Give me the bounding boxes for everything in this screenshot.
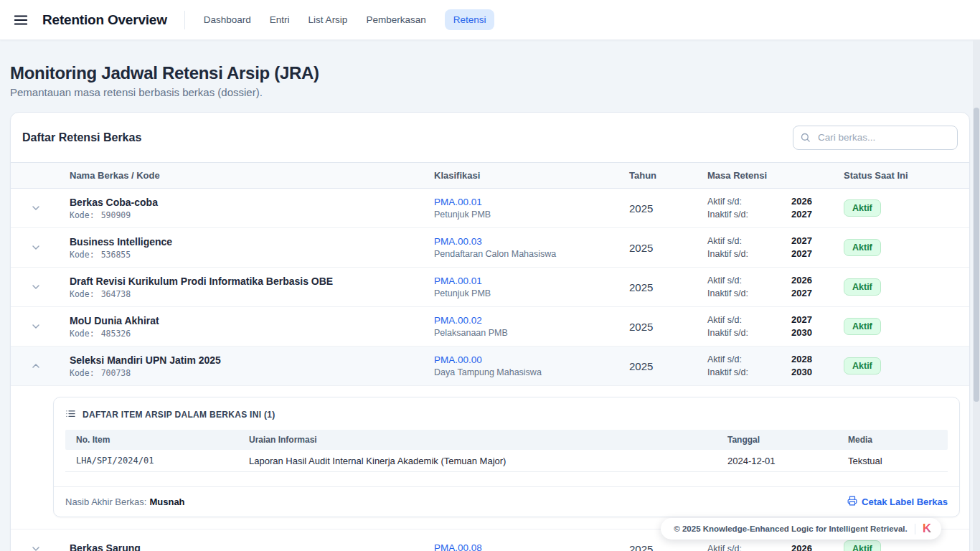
aktif-sd-value: 2026 xyxy=(791,542,812,551)
inaktif-sd-label: Inaktif s/d: xyxy=(707,287,748,300)
inaktif-sd-value: 2030 xyxy=(791,326,812,339)
item-row: LHA/SPI/2024/01 Laporan Hasil Audit Inte… xyxy=(65,450,948,472)
detail-title: DAFTAR ITEM ARSIP DALAM BERKAS INI (1) xyxy=(83,410,275,420)
klasifikasi-code: PMA.00.03 xyxy=(434,236,629,247)
aktif-sd-label: Aktif s/d: xyxy=(707,235,742,248)
inaktif-sd-label: Inaktif s/d: xyxy=(707,248,748,260)
tahun-value: 2025 xyxy=(629,242,707,254)
status-badge: Aktif xyxy=(844,239,881,256)
main-content: Monitoring Jadwal Retensi Arsip (JRA) Pe… xyxy=(0,40,980,551)
retention-list-card: Daftar Retensi Berkas Nama Berkas / Kode… xyxy=(10,112,970,551)
klasifikasi-desc: Pendaftaran Calon Mahasiswa xyxy=(434,249,629,259)
kode-value: 700738 xyxy=(101,368,131,378)
expanded-detail-section: DAFTAR ITEM ARSIP DALAM BERKAS INI (1) N… xyxy=(11,386,969,529)
chevron-down-icon[interactable] xyxy=(30,281,42,293)
aktif-sd-value: 2026 xyxy=(791,195,812,208)
copyright-text: © 2025 Knowledge-Enhanced Logic for Inte… xyxy=(674,524,907,533)
inaktif-sd-label: Inaktif s/d: xyxy=(707,326,748,339)
nav-item-pemberkasan[interactable]: Pemberkasan xyxy=(366,14,425,25)
page-title: Monitoring Jadwal Retensi Arsip (JRA) xyxy=(10,63,970,83)
nav-item-entri[interactable]: Entri xyxy=(270,14,290,25)
aktif-sd-value: 2027 xyxy=(791,235,812,248)
inaktif-sd-value: 2030 xyxy=(791,366,812,379)
berkas-name: Seleksi Mandiri UPN Jatim 2025 xyxy=(70,354,434,366)
berkas-name: Business Intelligence xyxy=(70,236,434,248)
items-table: No. Item Uraian Informasi Tanggal Media … xyxy=(65,430,948,472)
item-tanggal: 2024-12-01 xyxy=(717,456,837,466)
print-label-link[interactable]: Cetak Label Berkas xyxy=(847,496,948,508)
klasifikasi-desc: Petunjuk PMB xyxy=(434,209,629,220)
scrollbar-thumb[interactable] xyxy=(974,108,979,402)
print-label-text: Cetak Label Berkas xyxy=(862,496,948,507)
kode-value: 364738 xyxy=(101,289,131,299)
berkas-name: Draft Revisi Kurikulum Prodi Informatika… xyxy=(70,276,434,287)
nav-item-list-arsip[interactable]: List Arsip xyxy=(308,14,348,25)
aktif-sd-label: Aktif s/d: xyxy=(707,314,742,326)
table-row-expanded[interactable]: Seleksi Mandiri UPN Jatim 2025 Kode:7007… xyxy=(11,347,969,386)
col-header-media: Media xyxy=(837,435,948,445)
items-header-row: No. Item Uraian Informasi Tanggal Media xyxy=(65,430,948,450)
aktif-sd-value: 2028 xyxy=(791,353,812,366)
chevron-down-icon[interactable] xyxy=(30,202,42,214)
aktif-sd-value: 2027 xyxy=(791,314,812,326)
chevron-up-icon[interactable] xyxy=(30,360,42,372)
brand-logo[interactable]: K xyxy=(923,522,934,536)
search-icon xyxy=(800,132,811,146)
search-input[interactable] xyxy=(793,126,958,150)
app-title: Retention Overview xyxy=(42,12,167,28)
inaktif-sd-value: 2027 xyxy=(791,208,812,221)
navbar-divider xyxy=(184,11,185,29)
aktif-sd-label: Aktif s/d: xyxy=(707,195,742,208)
item-no: LHA/SPI/2024/01 xyxy=(65,456,238,466)
scrollbar-track[interactable] xyxy=(973,40,980,551)
col-header-nama: Nama Berkas / Kode xyxy=(70,170,434,181)
klasifikasi-code: PMA.00.02 xyxy=(434,315,629,326)
tahun-value: 2025 xyxy=(629,281,707,293)
kode-value: 536855 xyxy=(101,250,131,260)
klasifikasi-code: PMA.00.00 xyxy=(434,354,629,365)
kode-value: 590909 xyxy=(101,210,131,220)
status-badge: Aktif xyxy=(844,199,881,217)
nav-item-retensi[interactable]: Retensi xyxy=(445,9,495,30)
klasifikasi-desc: Pelaksanaan PMB xyxy=(434,328,629,338)
col-header-klasifikasi: Klasifikasi xyxy=(434,170,629,181)
detail-card: DAFTAR ITEM ARSIP DALAM BERKAS INI (1) N… xyxy=(53,397,960,517)
col-header-tahun: Tahun xyxy=(629,170,707,181)
chevron-down-icon[interactable] xyxy=(30,543,42,551)
berkas-name: Berkas Sarung xyxy=(70,542,434,551)
table-row[interactable]: MoU Dunia Akhirat Kode:485326 PMA.00.02 … xyxy=(11,307,969,347)
status-badge: Aktif xyxy=(844,278,881,296)
col-header-masa-retensi: Masa Retensi xyxy=(707,170,844,181)
hamburger-icon xyxy=(13,12,29,28)
chevron-down-icon[interactable] xyxy=(30,242,42,253)
tahun-value: 2025 xyxy=(629,321,707,333)
klasifikasi-code: PMA.00.08 xyxy=(434,542,629,551)
nasib-akhir-value: Musnah xyxy=(149,496,184,507)
kode-label: Kode: xyxy=(70,289,95,299)
search-box xyxy=(793,126,958,150)
nav-item-dashboard[interactable]: Dashboard xyxy=(204,14,251,25)
page-subtitle: Pemantauan masa retensi berbasis berkas … xyxy=(10,86,970,98)
aktif-sd-label: Aktif s/d: xyxy=(707,542,742,551)
table-row[interactable]: Berkas Coba-coba Kode:590909 PMA.00.01 P… xyxy=(11,189,969,228)
menu-button[interactable] xyxy=(11,11,30,29)
table-row[interactable]: Draft Revisi Kurikulum Prodi Informatika… xyxy=(11,268,969,307)
chevron-down-icon[interactable] xyxy=(30,321,42,332)
status-badge: Aktif xyxy=(844,318,881,335)
footer-credit-pill: © 2025 Knowledge-Enhanced Logic for Inte… xyxy=(661,518,941,540)
main-nav: Dashboard Entri List Arsip Pemberkasan R… xyxy=(204,9,495,30)
inaktif-sd-label: Inaktif s/d: xyxy=(707,366,748,379)
status-badge: Aktif xyxy=(844,357,881,375)
aktif-sd-value: 2026 xyxy=(791,274,812,287)
col-header-uraian: Uraian Informasi xyxy=(238,435,717,445)
toast-divider xyxy=(915,524,915,534)
kode-label: Kode: xyxy=(70,329,95,339)
item-media: Tekstual xyxy=(837,456,948,466)
detail-footer: Nasib Akhir Berkas:Musnah Cetak Label Be… xyxy=(54,486,959,517)
inaktif-sd-label: Inaktif s/d: xyxy=(707,208,748,221)
kode-label: Kode: xyxy=(70,210,95,220)
table-row[interactable]: Business Intelligence Kode:536855 PMA.00… xyxy=(11,228,969,268)
kode-label: Kode: xyxy=(70,368,95,378)
table-header-row: Nama Berkas / Kode Klasifikasi Tahun Mas… xyxy=(11,162,969,189)
tahun-value: 2025 xyxy=(629,360,707,372)
